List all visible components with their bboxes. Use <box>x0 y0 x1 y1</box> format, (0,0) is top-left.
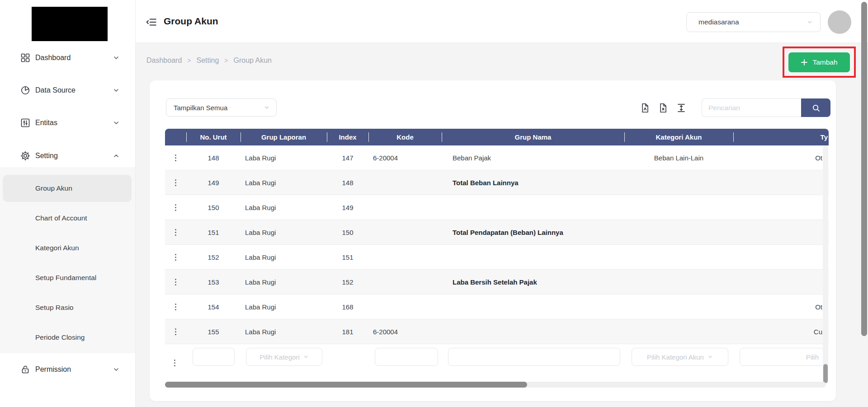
row-actions-icon[interactable] <box>172 226 179 239</box>
search-input[interactable] <box>702 98 801 117</box>
header-no-urut: No. Urut <box>186 129 241 145</box>
breadcrumb-dashboard[interactable]: Dashboard <box>146 56 182 65</box>
filter-kategori-akun-placeholder: Pilih Kategori Akun <box>647 353 704 361</box>
tenant-select[interactable]: mediasarana <box>686 12 821 32</box>
tenant-select-value: mediasarana <box>698 18 739 26</box>
cell-grup-laporan: Laba Rugi <box>241 270 327 294</box>
table-vertical-scrollbar-thumb[interactable] <box>823 364 828 383</box>
row-actions-icon[interactable] <box>172 276 179 288</box>
sidebar-collapse-icon[interactable] <box>146 16 157 28</box>
cell-grup-laporan: Laba Rugi <box>241 295 327 319</box>
sidebar-item-dashboard[interactable]: Dashboard <box>0 48 135 68</box>
cell-type <box>733 170 829 195</box>
plus-icon <box>801 59 808 66</box>
table-horizontal-scrollbar-thumb[interactable] <box>165 382 527 388</box>
table-row: 153 Laba Rugi 152 Laba Bersih Setelah Pa… <box>165 270 829 295</box>
cell-grup-nama <box>442 295 624 319</box>
sidebar-item-entitas[interactable]: Entitas <box>0 113 135 133</box>
filter-grup-nama-input[interactable] <box>448 348 620 366</box>
sidebar-item-label: Data Source <box>35 86 75 94</box>
header-kode: Kode <box>368 129 442 145</box>
filter-kode-input[interactable] <box>375 348 438 366</box>
cell-index: 168 <box>327 295 368 319</box>
sidebar-item-kategori-akun[interactable]: Kategori Akun <box>35 241 79 255</box>
cell-no-urut: 149 <box>186 170 241 195</box>
cell-type: Ot <box>733 295 829 319</box>
sidebar-item-setup-rasio[interactable]: Setup Rasio <box>35 301 73 314</box>
cell-no-urut: 153 <box>186 270 241 294</box>
cell-type: Ot <box>733 145 829 170</box>
avatar[interactable] <box>828 10 851 34</box>
search-icon <box>811 103 821 113</box>
cell-kode: 6-20004 <box>368 319 442 344</box>
export-excel-icon[interactable] <box>657 102 669 114</box>
row-actions-icon[interactable] <box>172 152 179 164</box>
breadcrumb: Dashboard > Setting > Group Akun <box>146 56 272 65</box>
breadcrumb-setting[interactable]: Setting <box>196 56 219 65</box>
header-actions <box>165 129 186 145</box>
table-filter-row: Pilih Kategori Pilih Kategori Akun Pilih <box>165 344 829 379</box>
cell-grup-nama <box>442 195 624 220</box>
export-pdf-icon[interactable] <box>639 102 651 114</box>
cell-kategori-akun <box>624 270 733 294</box>
table-header: No. Urut Grup Laporan Index Kode Grup Na… <box>165 129 829 145</box>
filter-kategori-akun-select[interactable]: Pilih Kategori Akun <box>632 348 728 366</box>
sidebar-item-periode-closing[interactable]: Periode Closing <box>35 331 85 344</box>
search-button[interactable] <box>801 98 830 117</box>
cell-kategori-akun <box>624 295 733 319</box>
page-scrollbar-thumb[interactable] <box>861 2 867 336</box>
row-actions-icon[interactable] <box>172 251 179 263</box>
breadcrumb-separator: > <box>187 57 191 64</box>
row-height-icon[interactable] <box>675 102 687 114</box>
row-actions-icon[interactable] <box>172 201 179 214</box>
sidebar: Dashboard Data Source Entitas Setting G <box>0 0 136 407</box>
cell-grup-laporan: Laba Rugi <box>241 319 327 344</box>
grid-icon <box>20 52 31 63</box>
sidebar-item-chart-of-account[interactable]: Chart of Account <box>35 211 87 225</box>
row-actions-icon[interactable] <box>172 301 179 313</box>
show-filter-select[interactable]: Tampilkan Semua <box>166 98 277 117</box>
table-row: 148 Laba Rugi 147 6-20004 Beban Pajak Be… <box>165 145 829 170</box>
lock-icon <box>20 364 31 375</box>
sidebar-item-label: Setting <box>35 152 58 160</box>
chevron-down-icon <box>113 119 120 126</box>
header-kategori-akun: Kategori Akun <box>624 129 733 145</box>
sidebar-item-permission[interactable]: Permission <box>0 360 135 379</box>
breadcrumb-current: Group Akun <box>233 56 272 65</box>
row-actions-icon[interactable] <box>172 177 179 189</box>
sidebar-item-label: Dashboard <box>35 54 71 62</box>
pie-chart-icon <box>20 85 31 96</box>
cell-kode <box>368 295 442 319</box>
chevron-down-icon <box>303 354 309 360</box>
cell-type <box>733 245 829 269</box>
sidebar-item-data-source[interactable]: Data Source <box>0 80 135 100</box>
topbar: Group Akun mediasarana <box>136 0 868 43</box>
main-content: Dashboard > Setting > Group Akun Tambah … <box>136 43 868 407</box>
row-actions-icon[interactable] <box>171 357 178 369</box>
filter-type-select[interactable]: Pilih <box>740 348 824 366</box>
row-actions-cell <box>165 319 186 344</box>
cell-index: 148 <box>327 170 368 195</box>
cell-grup-nama: Laba Bersih Setelah Pajak <box>442 270 624 294</box>
table-row: 155 Laba Rugi 181 6-20004 Cu <box>165 319 829 344</box>
tambah-button[interactable]: Tambah <box>788 52 850 72</box>
sidebar-item-setting[interactable]: Setting <box>0 146 135 166</box>
sidebar-item-group-akun[interactable]: Group Akun <box>35 182 72 195</box>
header-grup-nama: Grup Nama <box>442 129 624 145</box>
sidebar-item-setup-fundamental[interactable]: Setup Fundamental <box>35 271 96 285</box>
cell-kategori-akun <box>624 319 733 344</box>
cell-grup-laporan: Laba Rugi <box>241 245 327 269</box>
filter-no-urut-input[interactable] <box>193 348 235 366</box>
header-index: Index <box>327 129 368 145</box>
table: No. Urut Grup Laporan Index Kode Grup Na… <box>165 129 829 379</box>
gear-icon <box>20 150 31 161</box>
cell-grup-nama: Beban Pajak <box>442 145 624 170</box>
chevron-down-icon <box>113 87 120 94</box>
cell-kategori-akun <box>624 245 733 269</box>
filter-grup-laporan-select[interactable]: Pilih Kategori <box>246 348 322 366</box>
tambah-button-label: Tambah <box>812 58 837 66</box>
chevron-down-icon <box>113 366 120 373</box>
cell-kode <box>368 245 442 269</box>
row-actions-icon[interactable] <box>172 326 179 338</box>
cell-no-urut: 150 <box>186 195 241 220</box>
